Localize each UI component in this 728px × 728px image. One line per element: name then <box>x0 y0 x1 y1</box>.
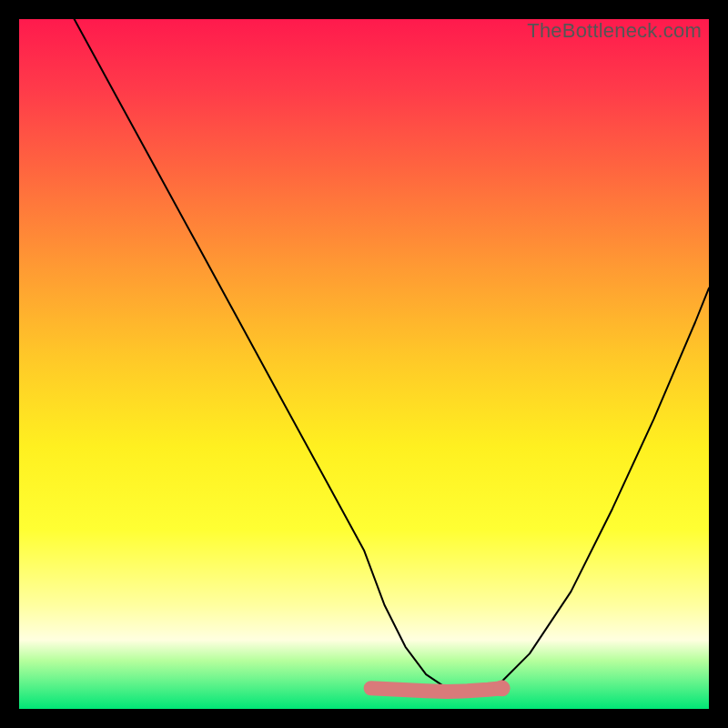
highlight-dot <box>494 680 511 696</box>
highlight-band <box>371 688 502 692</box>
chart-svg <box>19 19 709 709</box>
curve-line <box>75 19 709 692</box>
plot-area: TheBottleneck.com <box>19 19 709 709</box>
